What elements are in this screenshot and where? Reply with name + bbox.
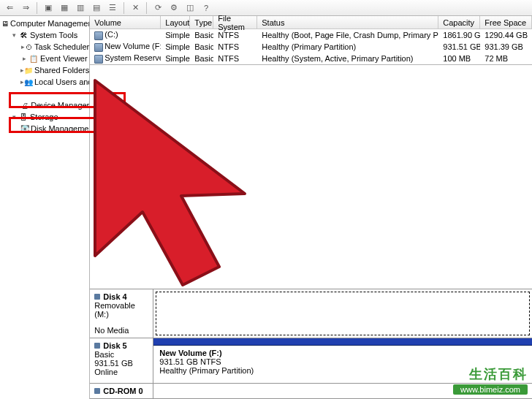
tools-icon: 🛠 <box>18 30 28 40</box>
cell-capacity: 1861.90 GB <box>438 31 480 39</box>
cell-fs: NTFS <box>213 31 257 39</box>
cell-type: Basic <box>190 54 213 63</box>
cell-type: Basic <box>190 42 213 51</box>
disk-title-text: CD-ROM 0 <box>103 387 142 395</box>
tree-root[interactable]: 🖥 Computer Management <box>0 18 89 29</box>
watermark-url: www.bimeiz.com <box>453 384 528 395</box>
disk4-info: Disk 4 Removable (M:) No Media <box>90 289 153 338</box>
volume-row[interactable]: System ReservedSimpleBasicNTFSHealthy (S… <box>90 53 532 64</box>
volume-rows: (C:)SimpleBasicNTFSHealthy (Boot, Page F… <box>90 29 532 64</box>
volume-icon <box>94 55 103 64</box>
partition-name: New Volume (F:) <box>159 349 526 357</box>
cell-status: Healthy (Boot, Page File, Crash Dump, Pr… <box>257 31 438 39</box>
cell-fs: NTFS <box>213 42 257 51</box>
col-status[interactable]: Status <box>257 16 438 28</box>
action-icon[interactable]: ◫ <box>183 1 197 15</box>
tree-system-tools[interactable]: ▾ 🛠 System Tools <box>0 29 89 41</box>
view-icon[interactable]: ▥ <box>74 1 87 15</box>
view2-icon[interactable]: ▤ <box>90 1 103 15</box>
disk4-media: No Media <box>94 326 148 335</box>
separator <box>146 2 147 14</box>
volume-row[interactable]: New Volume (F:)SimpleBasicNTFSHealthy (P… <box>90 41 532 53</box>
tree-pane: 🖥 Computer Management ▾ 🛠 System Tools ▸… <box>0 16 90 399</box>
tree-shared-folders[interactable]: ▸ 📁 Shared Folders <box>0 64 89 76</box>
separator <box>123 2 124 14</box>
list-icon[interactable]: ☰ <box>106 1 119 15</box>
volume-row[interactable]: (C:)SimpleBasicNTFSHealthy (Boot, Page F… <box>90 29 532 41</box>
col-capacity[interactable]: Capacity <box>438 16 480 28</box>
tree-label: Local Users and Gr <box>34 77 90 86</box>
collapse-icon[interactable]: ▾ <box>10 31 18 39</box>
forward-icon[interactable]: ⇒ <box>19 1 32 15</box>
cell-volume: (C:) <box>90 30 161 39</box>
refresh-icon[interactable]: ⟳ <box>151 1 164 15</box>
event-icon: 📋 <box>28 53 39 64</box>
watermark-text: 生活百科 <box>453 365 528 383</box>
partition-stripe <box>153 338 532 346</box>
col-volume[interactable]: Volume <box>90 16 161 28</box>
tree-label: Computer Management <box>10 19 90 28</box>
disk4-title: Disk 4 <box>94 292 148 301</box>
clock-icon: ⏲ <box>26 42 33 52</box>
cell-layout: Simple <box>161 31 190 39</box>
settings-icon[interactable]: ⚙ <box>167 1 180 15</box>
cell-status: Healthy (Primary Partition) <box>257 42 438 51</box>
volume-blank-area[interactable] <box>90 65 532 289</box>
tree-local-users[interactable]: ▸ 👥 Local Users and Gr <box>0 76 89 88</box>
tree-label: Event Viewer <box>40 54 88 63</box>
folder-icon: 📁 <box>24 65 33 75</box>
disk-title-text: Disk 4 <box>103 292 126 301</box>
tree-label: Shared Folders <box>34 66 89 75</box>
disk4-row[interactable]: Disk 4 Removable (M:) No Media <box>90 289 532 338</box>
disk-icon <box>94 343 100 349</box>
cdrom-info: CD-ROM 0 <box>90 384 153 398</box>
tree-label: System Tools <box>30 31 77 39</box>
cell-layout: Simple <box>161 42 190 51</box>
cell-volume: New Volume (F:) <box>90 42 161 51</box>
expand-icon[interactable]: ▸ <box>20 43 26 50</box>
help-icon[interactable]: ? <box>200 1 213 15</box>
cdrom-title: CD-ROM 0 <box>94 387 148 395</box>
content-pane: Volume Layout Type File System Status Ca… <box>90 16 532 399</box>
tree-label: Task Scheduler <box>34 42 89 51</box>
tree-event-viewer[interactable]: ▸ 📋 Event Viewer <box>0 53 89 64</box>
disk-title-text: Disk 5 <box>103 341 126 350</box>
cell-volume: System Reserved <box>90 53 161 63</box>
cell-capacity: 931.51 GB <box>438 42 480 51</box>
disk5-type: Basic <box>94 350 148 359</box>
col-type[interactable]: Type <box>190 16 213 28</box>
expand-icon[interactable]: ▸ <box>20 55 28 62</box>
cdrom-icon <box>94 388 100 394</box>
toolbar: ⇐ ⇒ ▣ ▦ ▥ ▤ ☰ ✕ ⟳ ⚙ ◫ ? <box>0 0 532 16</box>
disk5-size: 931.51 GB <box>94 359 148 368</box>
back-icon[interactable]: ⇐ <box>3 1 16 15</box>
volume-icon <box>94 31 103 40</box>
cell-capacity: 100 MB <box>438 54 480 63</box>
highlight-device-manager <box>9 92 126 108</box>
tree-task-scheduler[interactable]: ▸ ⏲ Task Scheduler <box>0 41 89 53</box>
disk-icon <box>94 294 100 300</box>
cell-free: 1290.44 GB <box>480 31 532 39</box>
cell-type: Basic <box>190 31 213 39</box>
disk4-type: Removable (M:) <box>94 301 148 319</box>
delete-icon[interactable]: ✕ <box>129 1 142 15</box>
up-icon[interactable]: ▣ <box>42 1 55 15</box>
cell-layout: Simple <box>161 54 190 63</box>
watermark: 生活百科 www.bimeiz.com <box>453 365 528 395</box>
separator <box>37 2 37 14</box>
volume-icon <box>94 43 103 52</box>
disk5-info: Disk 5 Basic 931.51 GB Online <box>90 338 153 383</box>
highlight-disk-management <box>9 117 126 133</box>
users-icon: 👥 <box>24 77 33 87</box>
disk5-title: Disk 5 <box>94 341 148 350</box>
col-layout[interactable]: Layout <box>161 16 190 28</box>
col-freespace[interactable]: Free Space <box>480 16 532 28</box>
volume-table: Volume Layout Type File System Status Ca… <box>90 16 532 65</box>
cell-free: 72 MB <box>480 54 532 63</box>
properties-icon[interactable]: ▦ <box>58 1 71 15</box>
main-area: 🖥 Computer Management ▾ 🛠 System Tools ▸… <box>0 16 532 399</box>
cell-free: 931.39 GB <box>480 42 532 51</box>
disk4-partition-empty[interactable] <box>156 292 530 335</box>
computer-icon: 🖥 <box>1 18 9 28</box>
col-filesystem[interactable]: File System <box>213 16 257 28</box>
